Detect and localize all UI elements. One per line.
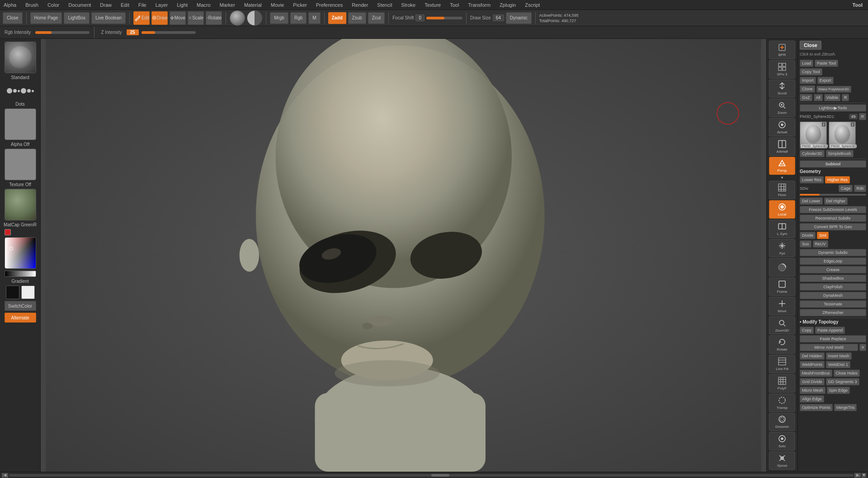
- grid-divide-button[interactable]: Grid Divide: [800, 378, 825, 385]
- micro-mesh-button[interactable]: Micro Mesh: [800, 387, 826, 394]
- visible-button[interactable]: Visible: [824, 94, 840, 101]
- rgb-button[interactable]: Rgb: [290, 12, 307, 24]
- simplebrush-button[interactable]: SimpleBrush: [826, 150, 854, 157]
- crease-button[interactable]: Crease: [800, 266, 866, 273]
- paste-tool-button[interactable]: Paste Tool: [815, 60, 838, 67]
- cage-button[interactable]: Cage: [839, 185, 853, 192]
- spin-edge-button[interactable]: Spin Edge: [827, 387, 850, 394]
- zremesher-button[interactable]: ZRemesher: [800, 309, 866, 316]
- persp-button[interactable]: Persp: [769, 157, 795, 175]
- menu-item-brush[interactable]: Brush: [24, 1, 40, 9]
- canvas-area[interactable]: [41, 39, 766, 472]
- spix-button[interactable]: SPix 3: [769, 60, 795, 79]
- polyf-button[interactable]: PolyF: [769, 374, 795, 393]
- close-holes-button[interactable]: Close Holes: [834, 370, 860, 377]
- shadowbox-button[interactable]: ShadowBox: [800, 275, 866, 282]
- switch-color-button[interactable]: SwitchColor: [5, 301, 36, 311]
- menu-item-zscript[interactable]: Zscript: [523, 1, 542, 9]
- scale-tool[interactable]: Scale: [188, 11, 204, 25]
- zsub-button[interactable]: Zsub: [348, 12, 366, 24]
- m-button[interactable]: M: [308, 12, 320, 24]
- xyz-button[interactable]: Xyz: [769, 239, 795, 258]
- frame-button[interactable]: Frame: [769, 277, 795, 296]
- dreamin-button[interactable]: Dreamin: [769, 413, 795, 431]
- reconstruct-button[interactable]: Reconstruct Subdiv: [800, 215, 866, 222]
- higher-res-button[interactable]: Higher Res: [825, 176, 850, 183]
- zcut-button[interactable]: Zcut: [368, 12, 385, 24]
- brush-preview[interactable]: [5, 42, 36, 73]
- scroll-right[interactable]: ▶: [854, 473, 861, 478]
- mrgb-button[interactable]: Mrgb: [270, 12, 288, 24]
- local-button[interactable]: Local: [769, 200, 795, 219]
- rotate-tool[interactable]: Rotate: [206, 11, 222, 25]
- scroll-down-indicator[interactable]: ▼: [862, 473, 866, 478]
- divide-button[interactable]: Divide: [800, 232, 816, 239]
- menu-item-draw[interactable]: Draw: [98, 1, 113, 9]
- lightbox-button[interactable]: LightBox: [64, 12, 90, 24]
- swatch-black[interactable]: [6, 286, 19, 299]
- smt-button[interactable]: Smt: [817, 232, 829, 239]
- z-intensity-slider[interactable]: [142, 31, 196, 34]
- model-thumb-2[interactable]: PM3D_Sphere3D 2: [829, 122, 856, 149]
- weld-dist-button[interactable]: WeldDist 1: [826, 361, 850, 368]
- menu-item-edit[interactable]: Edit: [119, 1, 131, 9]
- menu-item-file[interactable]: File: [137, 1, 148, 9]
- xpose-button[interactable]: Xpose: [769, 451, 795, 470]
- menu-item-stencil[interactable]: Stencil: [375, 1, 394, 9]
- gd-segments-button[interactable]: GD Segments 3: [826, 378, 859, 385]
- menu-item-light[interactable]: Light: [175, 1, 189, 9]
- meshfrombrus-button[interactable]: MeshFromBrus: [800, 370, 832, 377]
- move3d-button[interactable]: Move: [769, 297, 795, 315]
- cylinder-button[interactable]: Cylinder3D: [800, 150, 825, 157]
- swatch-white[interactable]: [21, 286, 35, 299]
- actual-button[interactable]: Actual: [769, 118, 795, 136]
- solo-button[interactable]: Solo: [769, 432, 795, 450]
- home-page-button[interactable]: Home Page: [30, 12, 62, 24]
- merge-tris-button[interactable]: MergeTris: [834, 404, 857, 411]
- import-button[interactable]: Import: [800, 77, 816, 84]
- menu-item-tool[interactable]: Tool: [448, 1, 461, 9]
- del-lower-button[interactable]: Del Lower: [800, 197, 823, 205]
- matcap-preview[interactable]: [5, 189, 36, 220]
- mirror-weld-button[interactable]: Mirror And Weld: [800, 344, 858, 351]
- menu-item-texture[interactable]: Texture: [423, 1, 443, 9]
- paste-replace-button[interactable]: Paste Replace: [800, 335, 866, 342]
- alpha-preview[interactable]: [5, 108, 36, 140]
- alternate-button[interactable]: Alternate: [5, 313, 36, 323]
- brush-half-icon[interactable]: [247, 10, 262, 26]
- clone-button[interactable]: Clone: [800, 85, 815, 93]
- r2-button[interactable]: R: [859, 113, 867, 120]
- scroll-left[interactable]: ◀: [2, 473, 8, 478]
- menu-item-color[interactable]: Color: [46, 1, 61, 9]
- scroll-button[interactable]: Scroll: [769, 80, 795, 98]
- menu-item-marker[interactable]: Marker: [218, 1, 237, 9]
- reuv-button[interactable]: ReUV: [813, 240, 828, 248]
- move-tool[interactable]: Move: [170, 11, 186, 25]
- weld-points-button[interactable]: WeldPoints: [800, 361, 825, 368]
- close-button[interactable]: Close: [3, 12, 23, 24]
- zoom-button[interactable]: Zoom: [769, 98, 795, 117]
- menu-item-render[interactable]: Render: [350, 1, 370, 9]
- activate-button[interactable]: [769, 258, 795, 276]
- lightbox-tools-button[interactable]: Lightbox▶Tools: [800, 104, 866, 112]
- live-boolean-button[interactable]: Live Boolean: [91, 12, 126, 24]
- menu-item-document[interactable]: Document: [66, 1, 93, 9]
- r-button[interactable]: R: [842, 94, 849, 101]
- insert-mesh-button[interactable]: Insert Mesh: [826, 352, 852, 360]
- all-button[interactable]: All: [814, 94, 823, 101]
- rdir-button[interactable]: Rdir: [854, 185, 866, 192]
- edit-tool[interactable]: Edit: [133, 11, 150, 25]
- menu-item-stroke[interactable]: Stroke: [399, 1, 417, 9]
- hash-button[interactable]: #: [859, 344, 866, 351]
- del-hidden-button[interactable]: Del Hidden: [800, 352, 825, 360]
- gradient-bar[interactable]: [5, 271, 36, 277]
- draw-tool[interactable]: Draw: [151, 11, 168, 25]
- zadd-button[interactable]: Zadd: [328, 12, 346, 24]
- dynamic-button[interactable]: Dynamic: [506, 12, 532, 24]
- color-picker[interactable]: [5, 237, 36, 269]
- bpr-button[interactable]: BPR: [769, 41, 795, 59]
- scroll-track[interactable]: [9, 474, 854, 477]
- menu-item-transform[interactable]: Transform: [466, 1, 492, 9]
- menu-item-material[interactable]: Material: [242, 1, 264, 9]
- edgeloop-button[interactable]: EdgeLoop: [800, 258, 866, 265]
